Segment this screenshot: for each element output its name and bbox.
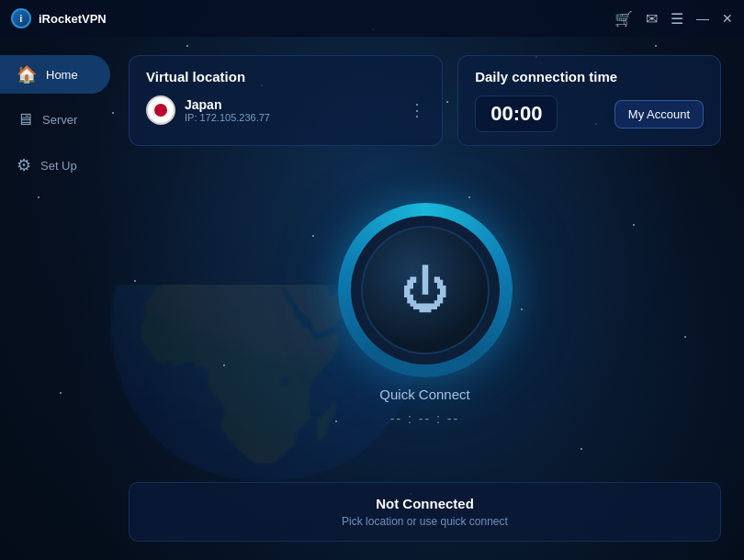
location-text: Japan IP: 172.105.236.77 xyxy=(185,97,270,123)
daily-time-card: Daily connection time 00:00 My Account xyxy=(457,55,721,146)
sidebar-item-server-label: Server xyxy=(42,113,77,127)
power-icon: ⏻ xyxy=(401,266,449,314)
server-icon: 🖥 xyxy=(17,110,33,129)
content-area: Virtual location Japan IP: 172.105.236.7… xyxy=(119,37,744,560)
power-ring-middle: ⏻ xyxy=(351,216,500,364)
home-icon: 🏠 xyxy=(17,64,37,84)
location-info: Japan IP: 172.105.236.77 xyxy=(146,95,270,125)
location-row: Japan IP: 172.105.236.77 ⋮ xyxy=(146,95,425,125)
top-cards-row: Virtual location Japan IP: 172.105.236.7… xyxy=(129,55,721,146)
japan-flag xyxy=(146,95,175,125)
sidebar-item-home[interactable]: 🏠 Home xyxy=(0,55,110,94)
app-logo: i xyxy=(11,8,31,28)
power-button[interactable]: ⏻ xyxy=(338,203,513,377)
mail-icon[interactable]: ✉ xyxy=(646,10,658,28)
cart-icon[interactable]: 🛒 xyxy=(614,10,633,28)
country-name: Japan xyxy=(185,97,270,112)
main-layout: 🏠 Home 🖥 Server ⚙ Set Up Virtual locatio… xyxy=(0,37,744,560)
more-options-button[interactable]: ⋮ xyxy=(409,100,425,120)
menu-icon[interactable]: ☰ xyxy=(671,10,683,28)
power-button-area: ⏻ Quick Connect -- : -- : -- xyxy=(129,161,721,467)
time-value: 00:00 xyxy=(475,95,558,132)
quick-connect-label: Quick Connect xyxy=(379,386,469,402)
setup-icon: ⚙ xyxy=(17,155,31,175)
virtual-location-card: Virtual location Japan IP: 172.105.236.7… xyxy=(129,55,443,146)
titlebar: i iRocketVPN 🛒 ✉ ☰ — ✕ xyxy=(0,0,744,37)
sidebar-item-setup-label: Set Up xyxy=(40,159,77,173)
app-logo-area: i iRocketVPN xyxy=(11,8,107,28)
power-ring-inner: ⏻ xyxy=(361,226,490,354)
sidebar-item-setup[interactable]: ⚙ Set Up xyxy=(0,146,110,185)
sidebar: 🏠 Home 🖥 Server ⚙ Set Up xyxy=(0,37,119,560)
titlebar-controls: 🛒 ✉ ☰ — ✕ xyxy=(614,10,733,28)
close-button[interactable]: ✕ xyxy=(722,11,733,26)
minimize-button[interactable]: — xyxy=(696,11,709,26)
location-card-title: Virtual location xyxy=(146,69,425,84)
time-card-title: Daily connection time xyxy=(475,69,704,84)
time-display-row: 00:00 My Account xyxy=(475,95,704,132)
status-hint: Pick location or use quick connect xyxy=(148,515,702,528)
ip-address: IP: 172.105.236.77 xyxy=(185,112,270,123)
connection-status: Not Connected xyxy=(148,496,702,511)
sidebar-item-home-label: Home xyxy=(46,68,78,82)
session-timer: -- : -- : -- xyxy=(390,411,459,426)
my-account-button[interactable]: My Account xyxy=(614,100,704,129)
status-bar: Not Connected Pick location or use quick… xyxy=(129,482,721,542)
app-title: iRocketVPN xyxy=(39,12,107,26)
sidebar-item-server[interactable]: 🖥 Server xyxy=(0,101,110,139)
